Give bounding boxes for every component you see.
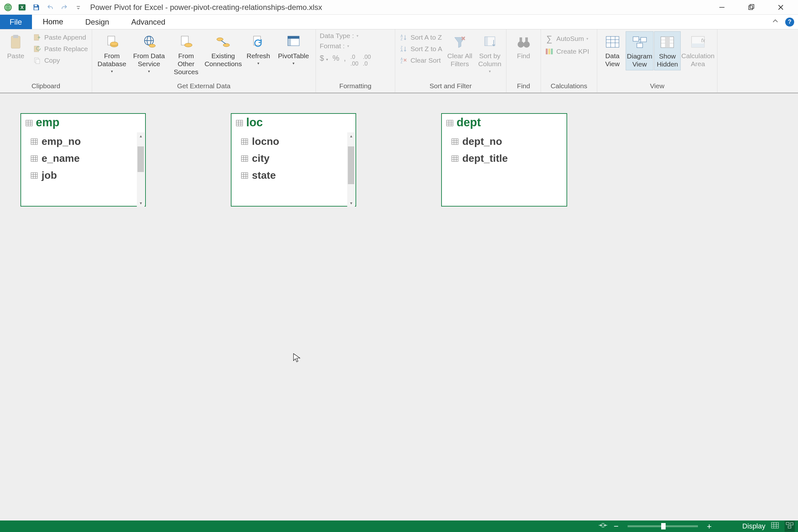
pivottable-button[interactable]: PivotTable ▾: [276, 31, 311, 68]
table-box-emp[interactable]: empemp_noe_namejob▴▾: [20, 113, 146, 207]
maximize-button[interactable]: [744, 1, 759, 14]
sort-az-icon: AZ: [399, 33, 408, 41]
tab-file[interactable]: File: [0, 15, 32, 29]
collapse-ribbon-button[interactable]: [772, 18, 779, 26]
redo-button[interactable]: [58, 1, 70, 14]
pivottable-icon: [285, 33, 302, 51]
paste-replace-label: Paste Replace: [44, 45, 88, 53]
table-field[interactable]: job: [28, 167, 145, 184]
data-view-statusbar-button[interactable]: [771, 522, 779, 530]
scroll-up-button[interactable]: ▴: [347, 132, 355, 139]
table-field[interactable]: dept_title: [449, 150, 567, 167]
scroll-thumb[interactable]: [348, 147, 354, 184]
table-name: emp: [36, 116, 59, 129]
ribbon-group-calculations: ∑ AutoSum ▾ Create KPI Calculations: [541, 30, 597, 92]
svg-rect-38: [525, 37, 528, 42]
scrollbar[interactable]: ▴▾: [137, 132, 145, 207]
currency-format-button[interactable]: $ ▾: [320, 54, 328, 67]
table-field[interactable]: emp_no: [28, 133, 145, 150]
zoom-thumb[interactable]: [661, 523, 666, 529]
from-data-service-button[interactable]: From Data Service ▾: [132, 31, 166, 76]
percent-format-button[interactable]: %: [332, 54, 339, 67]
sort-az-button[interactable]: AZ Sort A to Z: [398, 33, 443, 42]
from-other-sources-button[interactable]: From Other Sources: [169, 31, 203, 78]
create-kpi-button[interactable]: Create KPI: [544, 47, 590, 56]
minimize-button[interactable]: [714, 1, 729, 14]
from-other-sources-label: From Other Sources: [169, 52, 203, 76]
refresh-label: Refresh: [247, 52, 270, 60]
scroll-track[interactable]: [137, 139, 145, 200]
table-header[interactable]: loc: [231, 114, 356, 132]
data-view-icon: [604, 33, 621, 51]
svg-point-15: [110, 42, 118, 46]
table-field[interactable]: locno: [239, 133, 356, 150]
show-hidden-button[interactable]: Show Hidden: [654, 31, 681, 70]
paste-append-button[interactable]: Paste Append: [31, 33, 89, 42]
svg-point-22: [223, 43, 230, 47]
ribbon-group-view: Data View Diagram View Show Hidden fx Ca…: [597, 30, 718, 92]
help-button[interactable]: ?: [785, 18, 794, 26]
paste-replace-button[interactable]: Paste Replace: [31, 44, 89, 54]
clear-sort-icon: AZ: [399, 56, 408, 64]
scrollbar[interactable]: ▴▾: [347, 132, 355, 207]
table-header[interactable]: emp: [21, 114, 145, 132]
tab-advanced[interactable]: Advanced: [120, 15, 176, 29]
data-view-button[interactable]: Data View: [600, 31, 625, 70]
from-database-button[interactable]: From Database ▾: [95, 31, 129, 76]
tab-home[interactable]: Home: [32, 15, 75, 29]
diagram-canvas[interactable]: empemp_noe_namejob▴▾loclocnocitystate▴▾d…: [0, 93, 798, 520]
tab-design[interactable]: Design: [75, 15, 120, 29]
sort-za-button[interactable]: ZA Sort Z to A: [398, 44, 443, 54]
zoom-out-button[interactable]: −: [613, 521, 618, 531]
table-header[interactable]: dept: [442, 114, 567, 132]
scroll-thumb[interactable]: [137, 147, 144, 172]
svg-rect-37: [519, 37, 522, 42]
decrease-decimal-button[interactable]: .00.0: [363, 54, 371, 67]
svg-rect-8: [13, 35, 18, 38]
table-field[interactable]: e_name: [28, 150, 145, 167]
svg-rect-56: [241, 139, 248, 145]
data-type-dropdown[interactable]: Data Type : ▾: [319, 31, 360, 40]
zoom-in-button[interactable]: +: [707, 521, 712, 531]
field-name: city: [252, 152, 269, 164]
powerpivot-icon: [2, 1, 14, 14]
refresh-button[interactable]: Refresh ▾: [243, 31, 274, 68]
sort-by-column-button[interactable]: Sort by Column ▾: [476, 31, 504, 76]
field-icon: [241, 136, 248, 147]
clear-all-filters-button[interactable]: Clear All Filters: [446, 31, 474, 70]
copy-icon: [33, 56, 41, 64]
table-box-dept[interactable]: deptdept_nodept_title: [441, 113, 567, 207]
copy-button[interactable]: Copy: [31, 56, 89, 65]
ribbon: Paste Paste Append Paste Replace: [0, 30, 798, 93]
sort-za-label: Sort Z to A: [411, 45, 442, 53]
scroll-down-button[interactable]: ▾: [137, 200, 145, 207]
diagram-view-statusbar-button[interactable]: [784, 521, 795, 532]
sort-by-column-label: Sort by Column: [477, 52, 503, 68]
zoom-slider[interactable]: [628, 525, 698, 527]
format-dropdown[interactable]: Format : ▾: [319, 41, 350, 51]
scroll-down-button[interactable]: ▾: [347, 200, 355, 207]
qat-customize-dropdown[interactable]: [72, 1, 84, 14]
find-button[interactable]: Find: [509, 31, 538, 62]
diagram-view-button[interactable]: Diagram View: [626, 31, 653, 70]
close-button[interactable]: [773, 1, 788, 14]
undo-button[interactable]: [44, 1, 56, 14]
scroll-track[interactable]: [347, 139, 355, 200]
autosum-button[interactable]: ∑ AutoSum ▾: [544, 34, 590, 43]
table-field[interactable]: city: [239, 150, 356, 167]
table-field[interactable]: dept_no: [449, 133, 567, 150]
comma-format-button[interactable]: ,: [344, 54, 346, 67]
scroll-up-button[interactable]: ▴: [137, 132, 145, 139]
calculation-area-button[interactable]: fx Calculation Area: [681, 31, 715, 70]
increase-decimal-button[interactable]: .0.00: [350, 54, 358, 67]
find-label: Find: [517, 52, 530, 60]
table-field[interactable]: state: [239, 167, 356, 184]
paste-button[interactable]: Paste: [3, 31, 29, 62]
fit-to-window-button[interactable]: [598, 522, 608, 531]
svg-rect-55: [236, 120, 243, 126]
table-box-loc[interactable]: loclocnocitystate▴▾: [231, 113, 356, 207]
clear-sort-button[interactable]: AZ Clear Sort: [398, 56, 443, 65]
existing-connections-button[interactable]: Existing Connections: [206, 31, 241, 70]
save-button[interactable]: [30, 1, 42, 14]
existing-connections-icon: [214, 33, 232, 51]
